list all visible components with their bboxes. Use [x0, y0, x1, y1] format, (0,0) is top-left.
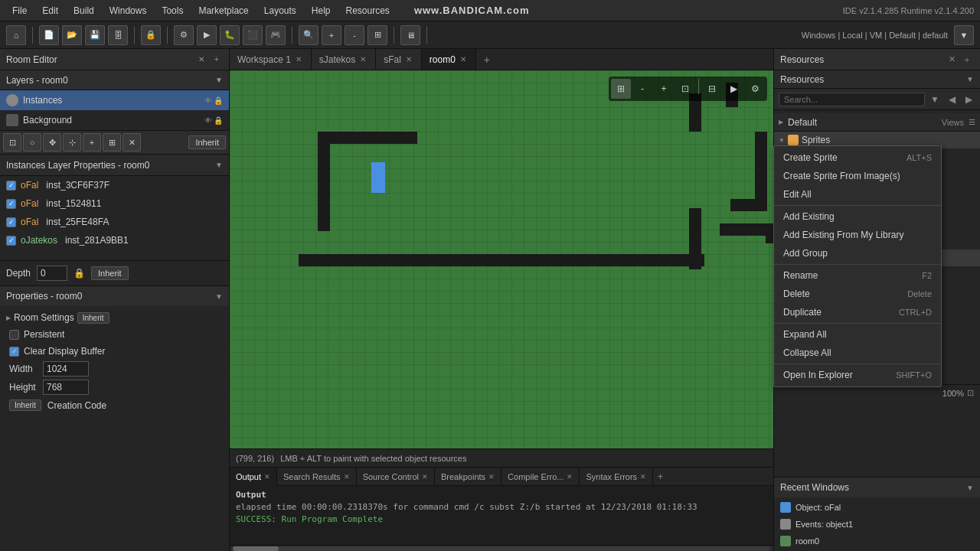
tab-workspace1[interactable]: Workspace 1 ✕: [230, 49, 312, 70]
zoom-btn[interactable]: 🔍: [299, 25, 318, 45]
instances-lock-icon[interactable]: 🔒: [214, 96, 223, 105]
menu-tools[interactable]: Tools: [155, 4, 189, 18]
save-all-btn[interactable]: 🗄: [108, 25, 128, 45]
instance-row-1[interactable]: ✓ oFal inst_1524811: [0, 194, 229, 213]
menu-marketplace[interactable]: Marketplace: [192, 4, 254, 18]
depth-lock-icon[interactable]: 🔒: [74, 268, 85, 279]
room-settings-inherit-btn[interactable]: Inherit: [77, 312, 109, 324]
canvas-extra-btn[interactable]: ⚙: [745, 79, 765, 99]
recent-windows-expand-btn[interactable]: ▼: [966, 484, 974, 492]
tab-sjatekos[interactable]: sJatekos ✕: [312, 49, 376, 70]
output-tab-output[interactable]: Output ✕: [230, 468, 277, 486]
menu-file[interactable]: File: [6, 4, 33, 18]
output-tab-output-close[interactable]: ✕: [264, 473, 270, 481]
ctx-delete[interactable]: Delete Delete: [774, 285, 941, 303]
instances-eye-icon[interactable]: 👁: [204, 96, 212, 105]
ctx-add-group[interactable]: Add Group: [774, 244, 941, 262]
instance-row-3[interactable]: ✓ oJatekos inst_281A9BB1: [0, 231, 229, 249]
resources-search-input[interactable]: [779, 93, 925, 106]
resources-expand-btn[interactable]: ▼: [966, 75, 974, 83]
settings-btn[interactable]: ⚙: [174, 25, 194, 45]
clear-display-buffer-row[interactable]: ✓ Clear Display Buffer: [6, 343, 223, 360]
home-btn[interactable]: ⌂: [6, 25, 26, 45]
background-lock-icon[interactable]: 🔒: [214, 116, 223, 125]
save-btn[interactable]: 💾: [85, 25, 105, 45]
inst-select-btn[interactable]: ⊡: [3, 133, 21, 152]
ctx-edit-all[interactable]: Edit All: [774, 185, 941, 204]
scroll-thumb[interactable]: [233, 546, 279, 551]
res-dropdown-btn[interactable]: ▼: [928, 93, 942, 106]
gamepad-btn[interactable]: 🎮: [266, 25, 286, 45]
output-tab-syntax[interactable]: Syntax Errors ✕: [580, 468, 653, 486]
menu-help[interactable]: Help: [305, 4, 337, 18]
ctx-open-in-explorer[interactable]: Open In Explorer SHIFT+O: [774, 366, 941, 384]
output-tab-source[interactable]: Source Control ✕: [357, 468, 435, 486]
recent-item-1[interactable]: Events: object1: [774, 516, 980, 533]
toolbar-extra-btn[interactable]: ▼: [954, 25, 974, 45]
ctx-rename[interactable]: Rename F2: [774, 266, 941, 285]
output-tab-search-close[interactable]: ✕: [344, 473, 350, 481]
inst-add-btn[interactable]: +: [83, 133, 101, 152]
properties-expand-btn[interactable]: ▼: [215, 292, 223, 301]
background-layer-item[interactable]: Background 👁 🔒: [0, 110, 229, 130]
depth-input[interactable]: [37, 266, 67, 281]
zoomin-btn[interactable]: +: [322, 25, 341, 45]
ctx-duplicate[interactable]: Duplicate CTRL+D: [774, 303, 941, 321]
ctx-expand-all[interactable]: Expand All: [774, 325, 941, 344]
ctx-add-existing-library[interactable]: Add Existing From My Library: [774, 226, 941, 244]
menu-resources[interactable]: Resources: [340, 4, 396, 18]
canvas-fit-btn[interactable]: ⊡: [675, 79, 695, 99]
views-menu-icon[interactable]: ☰: [969, 118, 975, 126]
grid-btn[interactable]: ⊞: [368, 25, 387, 45]
close-room-editor-btn[interactable]: ✕: [195, 54, 207, 66]
zoom-fit-btn[interactable]: ⊡: [967, 388, 974, 398]
output-tab-syntax-close[interactable]: ✕: [640, 473, 646, 481]
resources-add-btn[interactable]: +: [960, 53, 974, 67]
recent-item-0[interactable]: Object: oFal: [774, 499, 980, 516]
canvas-zoomout-btn[interactable]: +: [654, 79, 674, 99]
menu-build[interactable]: Build: [67, 4, 100, 18]
instance-row-0[interactable]: ✓ oFal inst_3CF6F37F: [0, 176, 229, 194]
zoomout-btn[interactable]: -: [345, 25, 364, 45]
canvas-zoomin-btn[interactable]: -: [632, 79, 652, 99]
res-next-btn[interactable]: ▶: [962, 93, 975, 106]
background-eye-icon[interactable]: 👁: [204, 116, 212, 125]
menu-layouts[interactable]: Layouts: [258, 4, 302, 18]
output-scrollbar[interactable]: [230, 545, 773, 551]
inst-resize-btn[interactable]: ⊹: [63, 133, 81, 152]
instances-layer-item[interactable]: Instances 👁 🔒: [0, 90, 229, 110]
inst-delete-btn[interactable]: ✕: [122, 133, 141, 152]
canvas-snap-btn[interactable]: ⊟: [702, 79, 722, 99]
instance-check-1[interactable]: ✓: [6, 199, 16, 209]
tab-sfal[interactable]: sFal ✕: [376, 49, 422, 70]
inst-move-btn[interactable]: ✥: [43, 133, 61, 152]
new-btn[interactable]: 📄: [39, 25, 59, 45]
tab-add-btn[interactable]: +: [476, 49, 498, 70]
open-btn[interactable]: 📂: [62, 25, 82, 45]
output-tab-compile-close[interactable]: ✕: [567, 473, 573, 481]
output-tab-search[interactable]: Search Results ✕: [277, 468, 357, 486]
layers-expand-btn[interactable]: ▼: [215, 76, 223, 84]
add-panel-btn[interactable]: +: [211, 54, 223, 66]
output-tab-compile[interactable]: Compile Erro... ✕: [501, 468, 580, 486]
debug-btn[interactable]: 🐛: [220, 25, 240, 45]
build-btn[interactable]: ▶: [197, 25, 217, 45]
tab-room0-close[interactable]: ✕: [459, 55, 468, 64]
instance-check-3[interactable]: ✓: [6, 236, 16, 246]
res-prev-btn[interactable]: ◀: [945, 93, 959, 106]
clear-display-buffer-checkbox[interactable]: ✓: [9, 347, 19, 357]
instance-check-0[interactable]: ✓: [6, 181, 16, 191]
output-add-btn[interactable]: +: [653, 471, 668, 482]
ctx-collapse-all[interactable]: Collapse All: [774, 344, 941, 362]
depth-inherit-btn[interactable]: Inherit: [91, 266, 129, 280]
lock-btn[interactable]: 🔒: [141, 25, 161, 45]
inst-grid-btn[interactable]: ⊞: [103, 133, 121, 152]
recent-item-2[interactable]: room0: [774, 533, 980, 549]
tab-sjatekos-close[interactable]: ✕: [358, 55, 368, 64]
instances-layer-expand-btn[interactable]: ▼: [215, 161, 223, 169]
tab-sfal-close[interactable]: ✕: [404, 55, 413, 64]
tab-room0[interactable]: room0 ✕: [422, 49, 476, 70]
creation-code-inherit-btn[interactable]: Inherit: [9, 399, 41, 411]
canvas-play-btn[interactable]: ▶: [724, 79, 743, 99]
inst-circle-btn[interactable]: ○: [23, 133, 41, 152]
